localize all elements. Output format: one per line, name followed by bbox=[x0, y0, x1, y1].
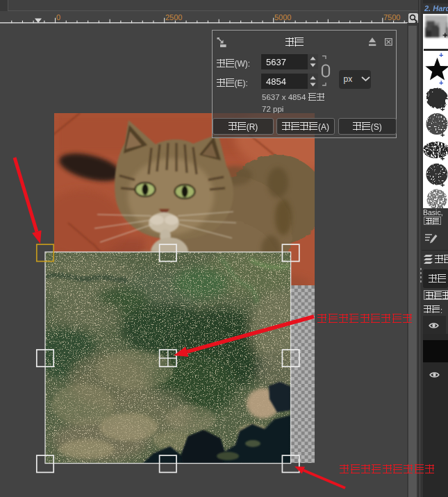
svg-text:+: + bbox=[439, 78, 443, 87]
svg-text:+: + bbox=[440, 180, 445, 189]
svg-text:+: + bbox=[440, 154, 445, 162]
svg-text:+: + bbox=[442, 30, 448, 40]
svg-text:+: + bbox=[440, 105, 445, 113]
svg-text:+: + bbox=[440, 130, 445, 139]
svg-text:+: + bbox=[440, 205, 445, 208]
svg-text:+: + bbox=[439, 51, 443, 59]
